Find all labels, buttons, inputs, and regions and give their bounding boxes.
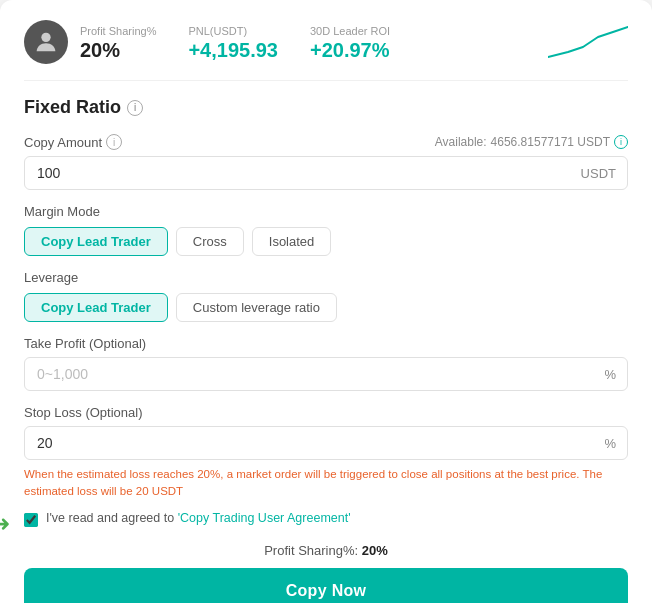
leverage-label: Leverage	[24, 270, 628, 285]
agreement-row: ➜ I've read and agreed to 'Copy Trading …	[24, 511, 628, 527]
user-icon	[32, 28, 60, 56]
profit-sharing-value: 20%	[80, 39, 156, 62]
mini-chart	[548, 22, 628, 62]
section-title-row: Fixed Ratio i	[24, 97, 628, 118]
pnl-value: +4,195.93	[188, 39, 278, 62]
margin-cross-btn[interactable]: Cross	[176, 227, 244, 256]
copy-amount-suffix: USDT	[581, 166, 616, 181]
take-profit-label: Take Profit (Optional)	[24, 336, 628, 351]
header: Profit Sharing% 20% PNL(USDT) +4,195.93 …	[24, 20, 628, 64]
profit-sharing-stat: Profit Sharing% 20%	[80, 25, 156, 62]
roi-label: 30D Leader ROI	[310, 25, 390, 37]
profit-summary: Profit Sharing%: 20%	[24, 543, 628, 558]
copy-amount-info-icon[interactable]: i	[106, 134, 122, 150]
copy-now-button[interactable]: Copy Now	[24, 568, 628, 604]
margin-copy-lead-btn[interactable]: Copy Lead Trader	[24, 227, 168, 256]
agreement-text: I've read and agreed to 'Copy Trading Us…	[46, 511, 351, 525]
roi-stat: 30D Leader ROI +20.97%	[310, 25, 390, 62]
leverage-copy-lead-btn[interactable]: Copy Lead Trader	[24, 293, 168, 322]
arrow-indicator: ➜	[0, 511, 10, 537]
take-profit-suffix: %	[604, 367, 616, 382]
stop-loss-suffix: %	[604, 436, 616, 451]
main-card: Profit Sharing% 20% PNL(USDT) +4,195.93 …	[0, 0, 652, 603]
agreement-checkbox[interactable]	[24, 513, 38, 527]
agreement-link[interactable]: 'Copy Trading User Agreement'	[178, 511, 351, 525]
chart	[548, 22, 628, 62]
roi-value: +20.97%	[310, 39, 390, 62]
profit-summary-value: 20%	[362, 543, 388, 558]
stop-loss-note: When the estimated loss reaches 20%, a m…	[24, 466, 628, 501]
leverage-buttons: Copy Lead Trader Custom leverage ratio	[24, 293, 628, 322]
margin-mode-buttons: Copy Lead Trader Cross Isolated	[24, 227, 628, 256]
copy-amount-label: Copy Amount i	[24, 134, 122, 150]
pnl-label: PNL(USDT)	[188, 25, 278, 37]
margin-isolated-btn[interactable]: Isolated	[252, 227, 332, 256]
section-info-icon[interactable]: i	[127, 100, 143, 116]
stats-row: Profit Sharing% 20% PNL(USDT) +4,195.93 …	[80, 22, 628, 62]
take-profit-input-wrap: %	[24, 357, 628, 391]
copy-amount-input[interactable]	[24, 156, 628, 190]
leverage-custom-btn[interactable]: Custom leverage ratio	[176, 293, 337, 322]
stop-loss-label: Stop Loss (Optional)	[24, 405, 628, 420]
copy-amount-label-row: Copy Amount i Available: 4656.81577171 U…	[24, 134, 628, 150]
svg-point-0	[41, 33, 50, 42]
header-divider	[24, 80, 628, 81]
stop-loss-input-wrap: %	[24, 426, 628, 460]
avatar	[24, 20, 68, 64]
stop-loss-input[interactable]	[24, 426, 628, 460]
pnl-stat: PNL(USDT) +4,195.93	[188, 25, 278, 62]
available-text: Available: 4656.81577171 USDT i	[435, 135, 628, 149]
section-title-text: Fixed Ratio	[24, 97, 121, 118]
available-info-icon[interactable]: i	[614, 135, 628, 149]
copy-amount-input-wrap: USDT	[24, 156, 628, 190]
take-profit-input[interactable]	[24, 357, 628, 391]
profit-sharing-label: Profit Sharing%	[80, 25, 156, 37]
margin-mode-label: Margin Mode	[24, 204, 628, 219]
